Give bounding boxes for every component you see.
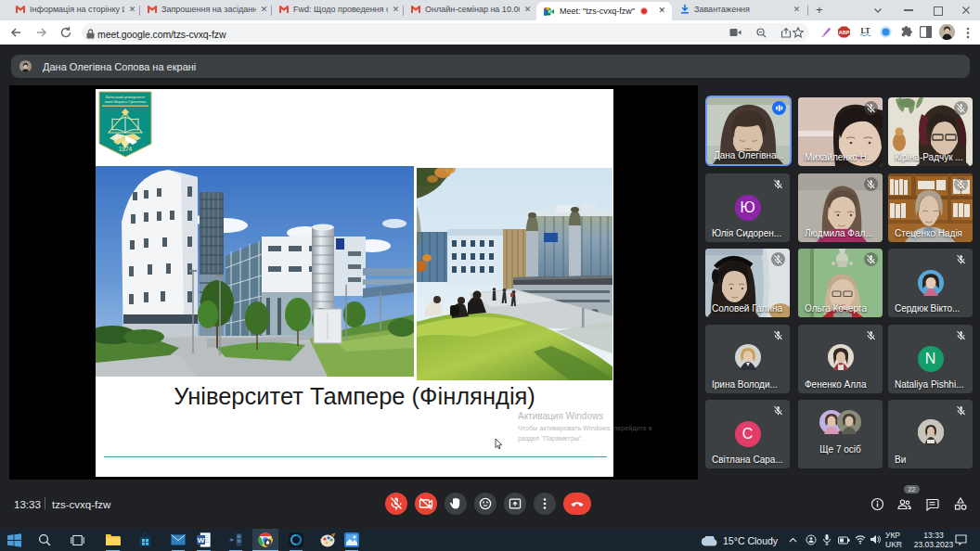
svg-text:Київський університет: Київський університет: [106, 95, 146, 99]
svg-text:ABP: ABP: [839, 30, 850, 35]
svg-text:1874: 1874: [119, 146, 133, 152]
svg-text:імені Бориса Грінченка: імені Бориса Грінченка: [105, 99, 147, 104]
svg-text:LT: LT: [861, 27, 871, 35]
svg-text:W: W: [198, 536, 205, 545]
